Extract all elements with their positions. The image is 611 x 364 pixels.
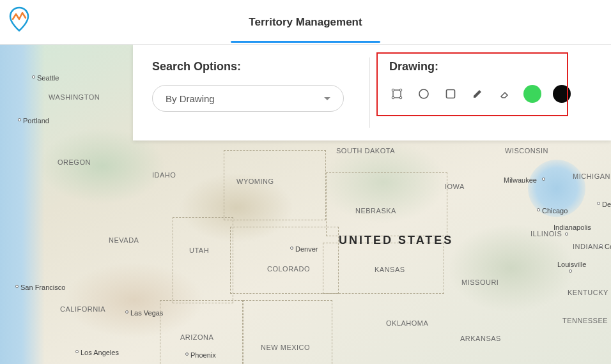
line-color-swatch[interactable] xyxy=(553,85,571,103)
state-label: TENNESSEE xyxy=(562,317,608,324)
city-dot xyxy=(537,208,540,211)
fill-color-swatch[interactable] xyxy=(523,85,541,103)
state-label: WASHINGTON xyxy=(49,93,100,101)
state-label: MISSOURI xyxy=(461,278,499,286)
svg-rect-6 xyxy=(447,90,455,98)
drawing-title: Drawing: xyxy=(389,60,592,73)
city-dot xyxy=(569,269,572,273)
city-label: Los Angeles xyxy=(81,349,119,356)
state-label: WISCONSIN xyxy=(505,147,548,155)
tab-underline xyxy=(231,41,380,43)
rectangle-tool-icon[interactable] xyxy=(443,86,458,102)
city-label: De xyxy=(602,201,611,208)
eraser-tool-icon[interactable] xyxy=(497,86,512,102)
city-label: Denver xyxy=(295,245,318,253)
select-tool-icon[interactable] xyxy=(389,86,405,102)
city-label: Seattle xyxy=(37,74,59,82)
state-label: OKLAHOMA xyxy=(386,319,428,327)
city-dot xyxy=(290,246,293,250)
state-label: NEBRASKA xyxy=(355,207,396,215)
state-label: WYOMING xyxy=(236,178,274,185)
city-label: Co xyxy=(605,243,611,250)
city-label: Portland xyxy=(23,117,49,125)
state-label: NEW MEXICO xyxy=(261,344,310,351)
state-label: KENTUCKY xyxy=(568,289,608,296)
state-label: IOWA xyxy=(445,183,465,190)
water-pacific xyxy=(0,45,45,364)
city-label: San Francisco xyxy=(20,284,65,291)
city-dot xyxy=(599,244,603,247)
dropdown-value: By Drawing xyxy=(166,93,215,104)
circle-tool-icon[interactable] xyxy=(416,86,431,102)
city-dot xyxy=(185,353,189,356)
state-label: OREGON xyxy=(58,158,91,166)
search-options-dropdown[interactable]: By Drawing xyxy=(152,85,344,112)
tab-label: Territory Management xyxy=(249,16,362,28)
city-dot xyxy=(565,232,568,236)
country-label: UNITED STATES xyxy=(339,234,453,247)
svg-point-3 xyxy=(392,96,394,99)
city-dot xyxy=(125,310,128,314)
state-label: IDAHO xyxy=(152,171,176,179)
state-label: ARKANSAS xyxy=(460,335,501,342)
city-dot xyxy=(542,178,545,181)
pencil-tool-icon[interactable] xyxy=(470,86,485,102)
search-options-title: Search Options: xyxy=(152,60,350,73)
state-label: NEVADA xyxy=(109,236,139,244)
city-dot xyxy=(15,285,19,288)
svg-rect-0 xyxy=(393,90,401,98)
city-dot xyxy=(18,118,21,121)
state-label: MICHIGAN xyxy=(573,172,610,180)
city-label: Indianapolis xyxy=(553,224,591,231)
city-label: Las Vegas xyxy=(130,309,163,317)
city-label: Louisville xyxy=(557,261,586,268)
app-logo[interactable] xyxy=(6,5,32,36)
city-label: Phoenix xyxy=(190,351,216,359)
svg-point-5 xyxy=(419,89,428,98)
state-label: INDIANA xyxy=(573,243,603,250)
svg-point-1 xyxy=(392,89,394,91)
state-label: UTAH xyxy=(189,246,209,254)
state-label: CALIFORNIA xyxy=(60,305,105,313)
city-label: Chicago xyxy=(542,207,568,215)
tab-territory-management[interactable]: Territory Management xyxy=(244,2,367,43)
state-label: ARIZONA xyxy=(180,333,213,341)
city-dot xyxy=(75,350,79,353)
state-label: COLORADO xyxy=(267,265,310,273)
options-panel: Search Options: By Drawing Drawing: xyxy=(133,45,611,140)
svg-point-4 xyxy=(399,96,402,99)
city-label: Milwaukee xyxy=(504,176,537,184)
city-dot xyxy=(597,202,600,205)
chevron-down-icon xyxy=(324,97,330,100)
state-label: SOUTH DAKOTA xyxy=(336,147,395,155)
city-dot xyxy=(32,75,35,79)
svg-point-2 xyxy=(399,89,402,91)
state-label: KANSAS xyxy=(375,266,405,273)
